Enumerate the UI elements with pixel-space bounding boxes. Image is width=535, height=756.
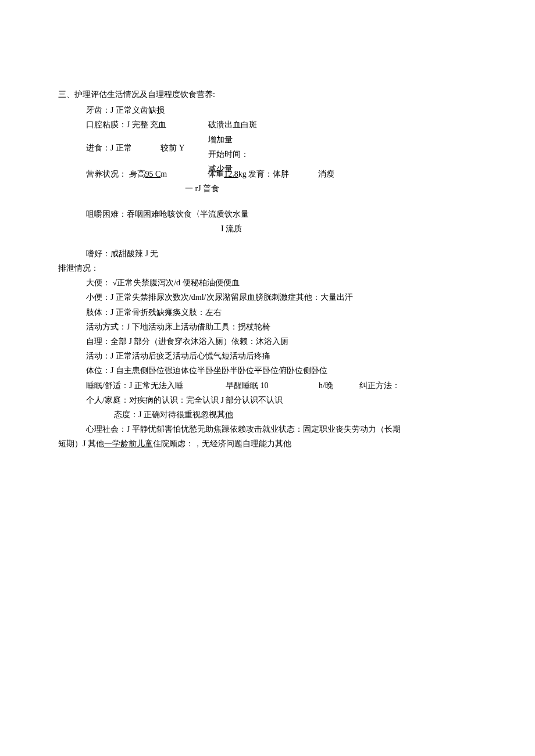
- limb-line: 肢体：J 正常骨折残缺瘫痪义肢：左右: [58, 305, 477, 320]
- chew-line: 咀嚼困难：吞咽困难呛咳饮食〈半流质饮水量: [58, 207, 477, 221]
- psych-line1: 心理社会：J 平静忧郁害怕忧愁无助焦躁依赖攻击就业状态：固定职业丧失劳动力（长期: [58, 422, 477, 436]
- intake-r1: 增加量: [208, 132, 249, 147]
- height-value: 95 C: [145, 167, 161, 181]
- intake-left: 进食：J 正常: [86, 132, 160, 155]
- attitude-b: 他: [225, 407, 233, 422]
- oral-left: 口腔粘膜：J 完整 充血: [86, 117, 208, 132]
- sleep-b: 早醒睡眠 10: [226, 378, 319, 393]
- stool-line: 大便： √正常失禁腹泻次/d 便秘柏油便便血: [58, 275, 477, 290]
- attitude-a: 态度：J 正确对待很重视忽视其: [114, 407, 225, 422]
- excretion-title: 排泄情况：: [58, 261, 477, 275]
- psych-line2: 短期）J 其他 一学龄前儿童 住院顾虑：，无经济问题自理能力其他: [58, 436, 477, 451]
- nutrition-left: 营养状况： 身高: [86, 167, 145, 181]
- nutrition-right: 消瘦: [318, 167, 334, 181]
- weight-value: 12.8: [224, 167, 238, 181]
- intake-r2: 开始时间：: [208, 147, 249, 162]
- section-title: 三、护理评估生活情况及自理程度饮食营养:: [58, 87, 477, 102]
- nutrition-mid: 体重: [208, 167, 224, 181]
- sleep-line: 睡眠/舒适：J 正常无法入睡 早醒睡眠 10 h/晚 纠正方法：: [58, 378, 477, 393]
- psych2-c: 住院顾虑：，无经济问题自理能力其他: [153, 436, 291, 451]
- mobility-line: 活动方式：J 下地活动床上活动借助工具：拐杖轮椅: [58, 320, 477, 334]
- sleep-d: 纠正方法：: [359, 378, 400, 393]
- diet-line: 一 rJ 普食: [58, 181, 477, 196]
- oral-line: 口腔粘膜：J 完整 充血 破溃出血白斑: [58, 117, 477, 132]
- psych2-b: 一学龄前儿童: [104, 436, 153, 451]
- psych2-a: 短期）J 其他: [58, 436, 104, 451]
- intake-mid: 较前 Y: [160, 132, 208, 155]
- position-line: 体位：J 自主患侧卧位强迫体位半卧坐卧半卧位平卧位俯卧位侧卧位: [58, 363, 477, 378]
- sleep-c: h/晚: [319, 378, 359, 393]
- family-line: 个人/家庭：对疾病的认识：完全认识 J 部分认识不认识: [58, 393, 477, 407]
- height-unit: m: [160, 167, 167, 181]
- liquid-line: I 流质: [58, 221, 477, 236]
- nutrition-line: 营养状况： 身高 95 C m 体重 12.8 kg 发育：体胖 消瘦: [58, 167, 477, 181]
- sleep-a: 睡眠/舒适：J 正常无法入睡: [86, 378, 226, 393]
- selfcare-line: 自理：全部 J 部分（进食穿衣沐浴入厕）依赖：沐浴入厕: [58, 334, 477, 349]
- teeth-line: 牙齿：J 正常义齿缺损: [58, 103, 477, 117]
- urine-line: 小便：J 正常失禁排尿次数次/dml/次尿潴留尿血膀胱刺激症其他：大量出汗: [58, 290, 477, 304]
- attitude-line: 态度：J 正确对待很重视忽视其 他: [58, 407, 477, 422]
- activity-line: 活动：J 正常活动后疲乏活动后心慌气短活动后疼痛: [58, 349, 477, 363]
- weight-tail: kg 发育：体胖: [238, 167, 290, 181]
- oral-right: 破溃出血白斑: [208, 117, 257, 132]
- pref-line: 嗜好：咸甜酸辣 J 无: [58, 246, 477, 261]
